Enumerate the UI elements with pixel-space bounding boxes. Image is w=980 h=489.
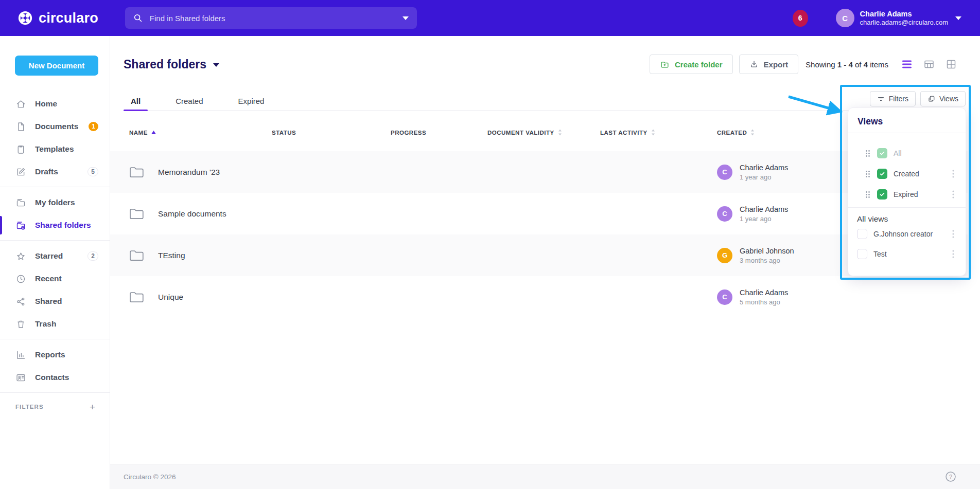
sidebar-item-home[interactable]: Home xyxy=(0,93,110,115)
divider xyxy=(0,339,110,339)
brand-name: circularo xyxy=(39,10,98,26)
filter-icon xyxy=(877,95,885,103)
views-button[interactable]: Views xyxy=(920,91,966,106)
column-header-status[interactable]: STATUS xyxy=(272,129,391,136)
showing-items-text: Showing 1 - 4 of 4 items xyxy=(806,60,888,69)
creator-avatar: C xyxy=(717,289,732,305)
creator-avatar: G xyxy=(717,248,732,263)
filters-button[interactable]: Filters xyxy=(870,91,916,106)
checkbox-created[interactable] xyxy=(877,169,887,179)
divider xyxy=(0,392,110,393)
sidebar-filters-section: FILTERS + xyxy=(0,400,110,414)
sidebar-nav: Home Documents 1 Templates Drafts 5 xyxy=(0,93,110,393)
app-logo[interactable]: circularo xyxy=(18,10,98,26)
folder-name: Memorandum '23 xyxy=(158,168,220,177)
title-caret-icon xyxy=(213,63,219,67)
notification-badge[interactable]: 6 xyxy=(793,10,808,27)
kebab-menu-icon[interactable] xyxy=(952,170,954,178)
view-option-all: All xyxy=(848,143,966,164)
drag-handle-icon[interactable] xyxy=(865,150,870,157)
edit-icon xyxy=(15,167,26,177)
view-option-created: Created xyxy=(848,164,966,184)
user-menu[interactable]: C Charlie Adams charlie.adams@circularo.… xyxy=(836,9,961,27)
grid-view-icon[interactable] xyxy=(946,59,956,69)
folder-plus-icon xyxy=(660,60,670,69)
sidebar-item-recent[interactable]: Recent xyxy=(0,267,110,290)
column-header-activity[interactable]: LAST ACTIVITY xyxy=(600,129,717,136)
divider xyxy=(0,187,110,187)
sidebar-item-shared-folders[interactable]: Shared folders xyxy=(0,214,110,237)
table-row[interactable]: TEsting G Gabriel Johnson 3 months ago xyxy=(110,234,968,276)
export-button[interactable]: Export xyxy=(739,55,799,74)
copyright-text: Circularo © 2026 xyxy=(124,473,176,481)
sidebar-item-trash[interactable]: Trash xyxy=(0,313,110,335)
divider xyxy=(848,207,966,208)
checkbox-all[interactable] xyxy=(877,148,887,158)
column-header-name[interactable]: NAME xyxy=(129,129,272,136)
list-view-icon[interactable] xyxy=(902,60,912,69)
kebab-menu-icon[interactable] xyxy=(952,230,954,238)
search-input[interactable] xyxy=(149,13,402,23)
home-icon xyxy=(15,99,26,110)
creator-name: Charlie Adams xyxy=(740,288,788,297)
shared-folder-icon xyxy=(15,220,26,231)
svg-text:?: ? xyxy=(949,474,952,480)
footer: Circularo © 2026 ? xyxy=(110,464,980,489)
sidebar-item-shared[interactable]: Shared xyxy=(0,290,110,313)
created-time: 5 months ago xyxy=(740,298,788,306)
creator-name: Charlie Adams xyxy=(740,205,788,213)
sidebar-item-reports[interactable]: Reports xyxy=(0,343,110,366)
tab-expired[interactable]: Expired xyxy=(231,91,272,111)
checkbox-expired[interactable] xyxy=(877,189,887,200)
created-time: 1 year ago xyxy=(740,215,788,223)
sidebar-item-drafts[interactable]: Drafts 5 xyxy=(0,160,110,183)
drafts-count-badge: 5 xyxy=(87,167,98,176)
tab-all[interactable]: All xyxy=(124,91,148,111)
table-row[interactable]: Sample documents C Charlie Adams 1 year … xyxy=(110,193,968,234)
created-time: 3 months ago xyxy=(740,257,794,264)
sidebar-item-starred[interactable]: Starred 2 xyxy=(0,245,110,267)
view-option-gjohnson-creator: G.Johnson creator xyxy=(848,224,966,244)
help-icon[interactable]: ? xyxy=(945,471,956,482)
trash-icon xyxy=(15,319,26,330)
table-row[interactable]: Memorandum '23 C Charlie Adams 1 year ag… xyxy=(110,151,968,193)
topbar: circularo 6 C Charlie Adams charlie.adam… xyxy=(0,0,980,36)
column-header-progress[interactable]: PROGRESS xyxy=(391,129,487,136)
table-row[interactable]: Unique C Charlie Adams 5 months ago xyxy=(110,276,968,318)
sidebar-item-my-folders[interactable]: My folders xyxy=(0,191,110,214)
table-header: NAME STATUS PROGRESS DOCUMENT VALIDITY L… xyxy=(110,129,968,136)
folder-tabs: All Created Expired Filters Views xyxy=(124,91,966,111)
folder-table: Memorandum '23 C Charlie Adams 1 year ag… xyxy=(110,151,968,318)
create-folder-button[interactable]: Create folder xyxy=(650,55,733,74)
column-header-validity[interactable]: DOCUMENT VALIDITY xyxy=(487,129,600,136)
new-document-button[interactable]: New Document xyxy=(15,56,98,76)
view-mode-toggles xyxy=(902,59,956,69)
checkbox-gjohnson-creator[interactable] xyxy=(857,229,867,239)
clock-icon xyxy=(15,274,26,284)
folder-icon xyxy=(129,208,144,220)
tab-created[interactable]: Created xyxy=(168,91,210,111)
download-icon xyxy=(749,60,759,69)
created-time: 1 year ago xyxy=(740,173,788,181)
document-icon xyxy=(15,121,26,132)
kebab-menu-icon[interactable] xyxy=(952,190,954,198)
table-view-icon[interactable] xyxy=(924,59,934,69)
sidebar-item-templates[interactable]: Templates xyxy=(0,138,110,160)
copy-stack-icon xyxy=(927,95,935,103)
sort-icon xyxy=(651,129,655,136)
user-name: Charlie Adams xyxy=(860,9,948,19)
drag-handle-icon[interactable] xyxy=(865,170,870,178)
search-scope-caret[interactable] xyxy=(402,16,409,20)
sort-icon xyxy=(558,129,562,136)
user-avatar: C xyxy=(836,9,854,27)
sidebar-item-documents[interactable]: Documents 1 xyxy=(0,115,110,138)
sidebar-item-contacts[interactable]: Contacts xyxy=(0,366,110,389)
drag-handle-icon[interactable] xyxy=(865,191,870,198)
page-toolbar: Shared folders Create folder Export Show… xyxy=(124,54,956,75)
share-icon xyxy=(15,296,26,307)
add-filter-button[interactable]: + xyxy=(90,402,95,412)
page-title[interactable]: Shared folders xyxy=(124,58,219,71)
checkbox-test[interactable] xyxy=(857,249,867,259)
user-email: charlie.adams@circularo.com xyxy=(860,19,948,27)
kebab-menu-icon[interactable] xyxy=(952,250,954,258)
